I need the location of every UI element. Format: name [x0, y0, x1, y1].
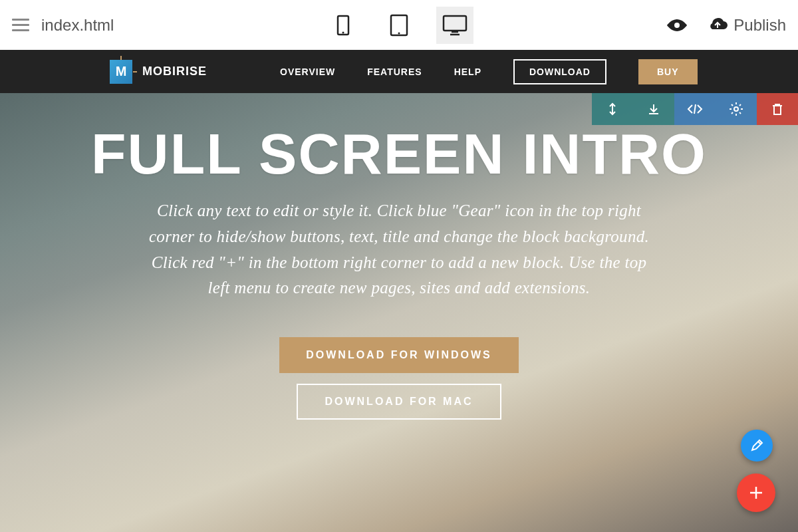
- download-windows-button[interactable]: DOWNLOAD FOR WINDOWS: [279, 337, 519, 373]
- pencil-icon: [750, 439, 763, 452]
- app-bar: index.html Publish: [0, 0, 798, 50]
- brand-text: MOBIRISE: [142, 65, 207, 78]
- publish-label: Publish: [733, 16, 786, 35]
- brand-logo: [110, 60, 132, 84]
- nav-features[interactable]: FEATURES: [367, 66, 422, 77]
- site-nav: MOBIRISE OVERVIEW FEATURES HELP DOWNLOAD…: [0, 50, 798, 93]
- hero-description[interactable]: Click any text to edit or style it. Clic…: [140, 198, 658, 301]
- tablet-view-button[interactable]: [380, 7, 418, 44]
- nav-overview[interactable]: OVERVIEW: [280, 66, 335, 77]
- save-block-button[interactable]: [633, 93, 674, 125]
- gear-icon: [729, 102, 743, 116]
- menu-icon[interactable]: [12, 19, 29, 31]
- filename-label: index.html: [41, 16, 114, 35]
- cloud-upload-icon: [707, 17, 728, 33]
- nav-download-button[interactable]: DOWNLOAD: [513, 59, 606, 84]
- svg-point-10: [734, 107, 738, 111]
- svg-rect-4: [444, 16, 466, 31]
- edit-fab[interactable]: [741, 430, 773, 462]
- nav-help[interactable]: HELP: [454, 66, 481, 77]
- download-mac-button[interactable]: DOWNLOAD FOR MAC: [297, 384, 501, 420]
- mobile-icon: [336, 15, 350, 36]
- hero-buttons: DOWNLOAD FOR WINDOWS DOWNLOAD FOR MAC: [0, 337, 798, 420]
- code-icon: [687, 104, 703, 114]
- move-icon: [606, 102, 619, 116]
- settings-block-button[interactable]: [716, 93, 757, 125]
- svg-point-3: [398, 32, 400, 34]
- hero-block: FULL SCREEN INTRO Click any text to edit…: [0, 93, 798, 532]
- mobile-view-button[interactable]: [325, 7, 362, 44]
- code-block-button[interactable]: [674, 93, 716, 125]
- add-block-fab[interactable]: [737, 473, 775, 512]
- eye-icon: [666, 18, 688, 33]
- desktop-icon: [442, 15, 467, 36]
- tablet-icon: [390, 14, 408, 37]
- download-icon: [647, 102, 660, 116]
- app-bar-right: Publish: [666, 16, 786, 35]
- delete-block-button[interactable]: [757, 93, 798, 125]
- svg-point-5: [674, 23, 680, 28]
- svg-point-1: [342, 31, 344, 33]
- device-preview-group: [325, 7, 473, 44]
- publish-button[interactable]: Publish: [707, 16, 786, 35]
- block-toolbar: [592, 93, 798, 125]
- plus-icon: [747, 484, 765, 501]
- hero-title[interactable]: FULL SCREEN INTRO: [0, 125, 798, 182]
- brand[interactable]: MOBIRISE: [106, 57, 207, 86]
- desktop-view-button[interactable]: [436, 7, 473, 44]
- nav-items: OVERVIEW FEATURES HELP DOWNLOAD BUY: [280, 59, 698, 84]
- move-block-button[interactable]: [592, 93, 633, 125]
- preview-button[interactable]: [666, 18, 688, 33]
- nav-buy-button[interactable]: BUY: [638, 59, 698, 84]
- trash-icon: [771, 102, 783, 116]
